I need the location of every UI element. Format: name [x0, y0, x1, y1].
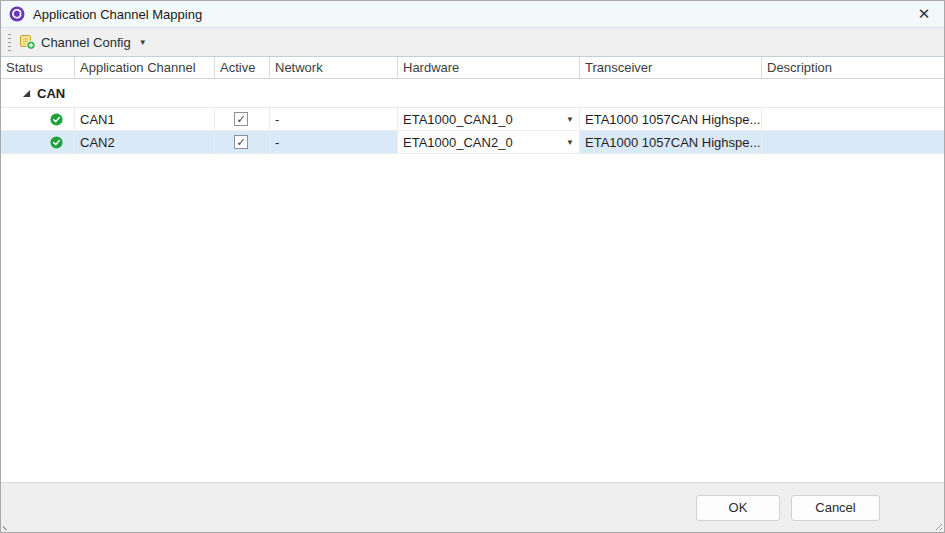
- column-header-active[interactable]: Active: [215, 57, 270, 78]
- cancel-button[interactable]: Cancel: [791, 495, 880, 521]
- active-checkbox[interactable]: ✓: [234, 112, 248, 126]
- hardware-value: ETA1000_CAN2_0: [403, 135, 513, 150]
- group-row-can[interactable]: CAN: [1, 79, 944, 108]
- group-label: CAN: [37, 86, 65, 101]
- dropdown-caret-icon: ▼: [566, 115, 574, 124]
- hardware-combobox[interactable]: ETA1000_CAN1_0 ▼: [398, 108, 580, 130]
- network-cell: -: [270, 131, 398, 153]
- window-title: Application Channel Mapping: [33, 7, 202, 22]
- dialog-footer: OK Cancel: [1, 482, 944, 532]
- toolbar: Channel Config ▼: [1, 28, 944, 57]
- table-header-row: Status Application Channel Active Networ…: [1, 57, 944, 79]
- application-channel-mapping-dialog: Application Channel Mapping ✕ Channel Co…: [0, 0, 945, 533]
- close-icon[interactable]: ✕: [913, 3, 935, 25]
- channel-config-label: Channel Config: [41, 35, 131, 50]
- column-header-description[interactable]: Description: [762, 57, 944, 78]
- channel-config-button[interactable]: Channel Config ▼: [15, 32, 153, 52]
- status-ok-icon: [50, 136, 63, 149]
- description-cell: [762, 108, 944, 130]
- add-channel-config-icon: [19, 34, 36, 50]
- group-expanded-icon[interactable]: [22, 89, 31, 98]
- app-logo-icon: [9, 6, 25, 22]
- table-row-can2[interactable]: CAN2 ✓ - ETA1000_CAN2_0 ▼ ETA1000 1057CA…: [1, 131, 944, 154]
- column-header-network[interactable]: Network: [270, 57, 398, 78]
- active-cell: ✓: [215, 131, 270, 153]
- dropdown-caret-icon: ▼: [566, 138, 574, 147]
- application-channel-cell: CAN2: [75, 131, 215, 153]
- hardware-value: ETA1000_CAN1_0: [403, 112, 513, 127]
- application-channel-cell: CAN1: [75, 108, 215, 130]
- title-bar[interactable]: Application Channel Mapping ✕: [1, 1, 944, 28]
- status-cell: [1, 131, 75, 153]
- transceiver-cell[interactable]: ETA1000 1057CAN Highspe...: [580, 108, 762, 130]
- hardware-combobox[interactable]: ETA1000_CAN2_0 ▼: [398, 131, 580, 153]
- status-ok-icon: [50, 113, 63, 126]
- column-header-application-channel[interactable]: Application Channel: [75, 57, 215, 78]
- chevron-down-icon: ▼: [139, 38, 147, 47]
- ok-button[interactable]: OK: [696, 495, 780, 521]
- channel-mapping-table: Status Application Channel Active Networ…: [1, 57, 944, 482]
- toolbar-grip-handle[interactable]: [8, 34, 11, 51]
- column-header-status[interactable]: Status: [1, 57, 75, 78]
- description-cell: [762, 131, 944, 153]
- transceiver-cell[interactable]: ETA1000 1057CAN Highspe...: [580, 131, 762, 153]
- column-header-hardware[interactable]: Hardware: [398, 57, 580, 78]
- table-empty-area: [1, 154, 944, 482]
- network-cell: -: [270, 108, 398, 130]
- status-cell: [1, 108, 75, 130]
- column-header-transceiver[interactable]: Transceiver: [580, 57, 762, 78]
- active-checkbox[interactable]: ✓: [234, 135, 248, 149]
- active-cell: ✓: [215, 108, 270, 130]
- table-row-can1[interactable]: CAN1 ✓ - ETA1000_CAN1_0 ▼ ETA1000 1057CA…: [1, 108, 944, 131]
